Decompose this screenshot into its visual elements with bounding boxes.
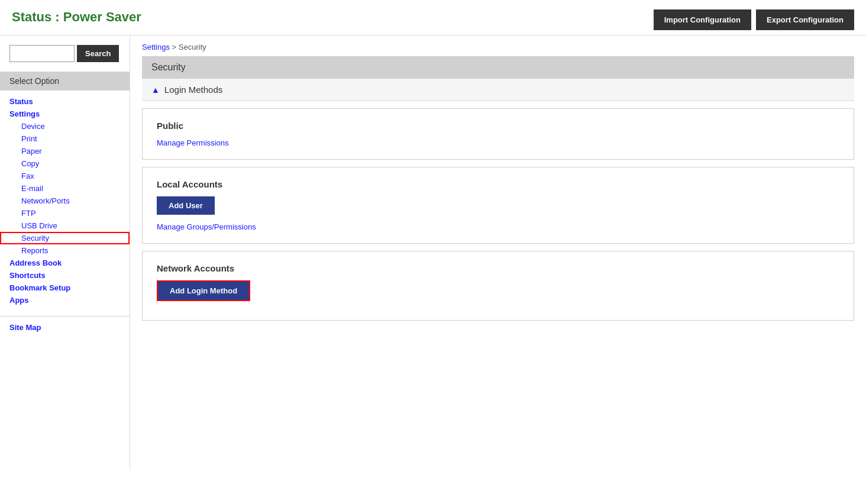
sidebar-link-email[interactable]: E-mail [21, 184, 43, 193]
section-title: Security [151, 62, 186, 72]
import-configuration-button[interactable]: Import Configuration [654, 9, 751, 30]
sidebar-link-usb-drive[interactable]: USB Drive [21, 221, 57, 230]
sidebar-link-apps[interactable]: Apps [9, 296, 29, 305]
sidebar-nav: Status Settings Device Print Paper Copy … [0, 95, 130, 334]
breadcrumb-settings-link[interactable]: Settings [142, 43, 170, 51]
sidebar-item-site-map[interactable]: Site Map [0, 321, 130, 334]
sidebar-link-network-ports[interactable]: Network/Ports [21, 196, 70, 205]
sidebar-link-status[interactable]: Status [9, 97, 33, 106]
export-configuration-button[interactable]: Export Configuration [756, 9, 854, 30]
sidebar-item-settings[interactable]: Settings [0, 108, 130, 120]
add-login-method-button[interactable]: Add Login Method [157, 280, 250, 301]
top-content-row: Settings > Security [142, 35, 854, 56]
manage-groups-permissions-link[interactable]: Manage Groups/Permissions [157, 222, 256, 231]
sidebar-link-copy[interactable]: Copy [21, 159, 39, 168]
network-accounts-card: Network Accounts Add Login Method [142, 251, 854, 321]
sidebar-item-email[interactable]: E-mail [0, 182, 130, 195]
login-methods-label: Login Methods [164, 85, 222, 95]
header-buttons: Import Configuration Export Configuratio… [654, 9, 854, 30]
sidebar-item-ftp[interactable]: FTP [0, 207, 130, 219]
sidebar-item-copy[interactable]: Copy [0, 157, 130, 170]
main-layout: Search Select Option Status Settings Dev… [0, 35, 866, 469]
sidebar-item-apps[interactable]: Apps [0, 294, 130, 306]
sidebar-item-paper[interactable]: Paper [0, 145, 130, 157]
sidebar-link-address-book[interactable]: Address Book [9, 259, 62, 267]
local-accounts-card: Local Accounts Add User Manage Groups/Pe… [142, 167, 854, 244]
sidebar-item-network-ports[interactable]: Network/Ports [0, 195, 130, 207]
sidebar: Search Select Option Status Settings Dev… [0, 35, 130, 469]
select-option-header: Select Option [0, 72, 130, 91]
breadcrumb-current: Security [179, 43, 206, 51]
sidebar-item-fax[interactable]: Fax [0, 170, 130, 182]
sidebar-item-bookmark-setup[interactable]: Bookmark Setup [0, 282, 130, 294]
sidebar-link-ftp[interactable]: FTP [21, 209, 36, 218]
main-content: Settings > Security Security ▲ Login Met… [130, 35, 866, 469]
status-title: Status : Power Saver [12, 9, 141, 25]
breadcrumb: Settings > Security [142, 43, 206, 51]
sidebar-item-device[interactable]: Device [0, 120, 130, 133]
section-header: Security [142, 56, 854, 79]
status-value: Power Saver [63, 9, 141, 24]
sidebar-item-status[interactable]: Status [0, 95, 130, 108]
sidebar-link-settings[interactable]: Settings [9, 109, 40, 118]
search-area: Search [0, 45, 130, 72]
sidebar-link-security[interactable]: Security [21, 234, 49, 243]
search-button[interactable]: Search [77, 45, 119, 62]
sidebar-link-shortcuts[interactable]: Shortcuts [9, 271, 46, 280]
sidebar-link-reports[interactable]: Reports [21, 246, 49, 255]
public-card-title: Public [157, 121, 839, 131]
sidebar-item-print[interactable]: Print [0, 133, 130, 145]
status-label: Status : [12, 9, 63, 24]
sidebar-item-reports[interactable]: Reports [0, 244, 130, 257]
network-accounts-title: Network Accounts [157, 263, 839, 273]
collapse-icon[interactable]: ▲ [151, 85, 160, 95]
sidebar-item-usb-drive[interactable]: USB Drive [0, 219, 130, 232]
add-user-button[interactable]: Add User [157, 196, 215, 215]
sidebar-link-paper[interactable]: Paper [21, 147, 42, 156]
login-methods-row: ▲ Login Methods [142, 79, 854, 101]
local-accounts-title: Local Accounts [157, 179, 839, 189]
sidebar-link-fax[interactable]: Fax [21, 172, 34, 180]
header-right: Import Configuration Export Configuratio… [654, 9, 854, 30]
search-input[interactable] [9, 45, 75, 62]
sidebar-link-device[interactable]: Device [21, 122, 45, 131]
header: Status : Power Saver Import Configuratio… [0, 0, 866, 35]
public-card: Public Manage Permissions [142, 108, 854, 160]
sidebar-item-shortcuts[interactable]: Shortcuts [0, 269, 130, 282]
sidebar-link-site-map[interactable]: Site Map [9, 323, 41, 332]
sidebar-item-security[interactable]: Security [0, 232, 130, 244]
sidebar-item-address-book[interactable]: Address Book [0, 257, 130, 269]
breadcrumb-separator: > [172, 43, 179, 51]
manage-permissions-link[interactable]: Manage Permissions [157, 138, 228, 147]
sidebar-link-print[interactable]: Print [21, 134, 37, 143]
sidebar-link-bookmark-setup[interactable]: Bookmark Setup [9, 283, 70, 292]
site-map-section: Site Map [0, 316, 130, 334]
